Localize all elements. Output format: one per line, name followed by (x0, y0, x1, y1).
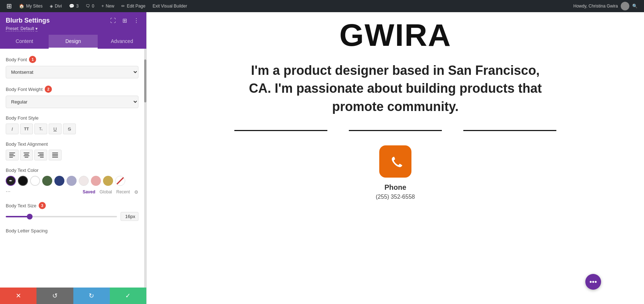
wordpress-icon: ⊞ (6, 2, 12, 10)
phone-icon (386, 152, 405, 171)
pending-count: 0 (92, 4, 94, 9)
color-light-pink[interactable] (79, 176, 89, 186)
body-font-weight-label: Body Font Weight 2 (6, 86, 138, 93)
page-content: GWIRA I'm a product designer based in Sa… (147, 12, 644, 207)
body-font-weight-select[interactable]: Regular (6, 96, 138, 108)
svg-rect-6 (24, 155, 29, 156)
divider-line-1 (234, 130, 327, 131)
my-sites-menu[interactable]: 🏠 My Sites (15, 0, 46, 12)
page-tagline: I'm a product designer based in San Fran… (249, 62, 542, 116)
divi-menu[interactable]: ◈ Divi (46, 0, 65, 12)
body-font-weight-badge: 2 (45, 86, 52, 93)
recent-tab[interactable]: Recent (116, 189, 130, 195)
tab-design[interactable]: Design (49, 35, 97, 49)
color-salmon[interactable] (91, 176, 101, 186)
color-lavender[interactable] (67, 176, 77, 186)
align-justify-button[interactable] (49, 150, 62, 160)
page-canvas: GWIRA I'm a product designer based in Sa… (147, 12, 644, 304)
color-dark-green[interactable] (42, 176, 52, 186)
color-gold[interactable] (103, 176, 113, 186)
align-left-button[interactable] (6, 150, 19, 160)
global-tab[interactable]: Global (99, 189, 112, 195)
more-colors-button[interactable]: ··· (6, 188, 10, 195)
undo-button[interactable]: ↺ (36, 288, 73, 304)
scroll-thumb[interactable] (144, 59, 146, 102)
color-settings-icon[interactable]: ⚙ (134, 189, 138, 195)
body-text-size-label: Body Text Size 3 (6, 202, 138, 209)
svg-rect-0 (9, 153, 15, 153)
svg-rect-10 (38, 155, 44, 156)
align-center-button[interactable] (20, 150, 33, 160)
undo-icon: ↺ (52, 292, 58, 300)
underline-button[interactable]: U (49, 124, 62, 134)
options-dots-icon: ••• (589, 278, 597, 286)
bottom-action-bar: ✕ ↺ ↻ ✓ (0, 288, 146, 304)
small-caps-button[interactable]: Tₜ (34, 124, 47, 134)
divider-line-2 (349, 130, 442, 131)
confirm-button[interactable]: ✓ (110, 288, 146, 304)
text-size-value: 16px (121, 212, 138, 221)
text-size-slider[interactable] (6, 216, 117, 217)
body-text-size-section: Body Text Size 3 16px (6, 202, 138, 221)
scroll-track (144, 49, 146, 288)
blurb-title: Phone (384, 183, 406, 192)
color-tabs: Saved Global Recent ⚙ (83, 189, 138, 195)
color-swatches: ✒ (6, 176, 138, 186)
avatar (621, 2, 629, 10)
comments-menu[interactable]: 💬 3 (65, 0, 82, 12)
comment-bubble-icon: 💬 (69, 4, 74, 9)
italic-button[interactable]: I (6, 124, 19, 134)
my-sites-label: My Sites (26, 4, 43, 9)
search-icon[interactable]: 🔍 (632, 4, 638, 9)
bold-serif-button[interactable]: TT (20, 124, 33, 134)
pending-comments-menu[interactable]: 🗨 0 (82, 0, 98, 12)
blurb-phone: (255) 352-6558 (376, 194, 415, 200)
howdy-text: Howdy, Christina Gwira (574, 4, 618, 9)
eyedropper-button[interactable]: ✒ (6, 176, 16, 186)
panel-title: Blurb Settings (6, 17, 50, 24)
body-font-weight-section: Body Font Weight 2 Regular (6, 86, 138, 108)
body-text-alignment-label: Body Text Alignment (6, 141, 138, 147)
svg-rect-2 (9, 155, 15, 156)
svg-rect-4 (24, 153, 29, 153)
confirm-icon: ✓ (125, 292, 131, 300)
svg-rect-8 (38, 153, 44, 153)
pending-comment-icon: 🗨 (86, 4, 90, 9)
columns-icon[interactable]: ⊞ (121, 16, 128, 25)
floating-options-button[interactable]: ••• (585, 274, 601, 290)
chevron-down-icon: ▾ (35, 26, 38, 32)
main-layout: Blurb Settings ⛶ ⊞ ⋮ Preset: Default ▾ C… (0, 12, 644, 304)
edit-page-button[interactable]: ✏ Edit Page (118, 0, 149, 12)
more-options-icon[interactable]: ⋮ (132, 16, 141, 25)
site-title: GWIRA (339, 19, 451, 51)
plus-icon: + (101, 4, 104, 9)
exit-builder-label: Exit Visual Builder (152, 4, 187, 9)
color-white[interactable] (30, 176, 40, 186)
home-icon: 🏠 (19, 4, 24, 9)
panel-tabs: Content Design Advanced (0, 35, 146, 49)
body-font-style-section: Body Font Style I TT Tₜ U S (6, 115, 138, 134)
cancel-button[interactable]: ✕ (0, 288, 36, 304)
preset-selector[interactable]: Preset: Default ▾ (6, 26, 141, 31)
fullscreen-icon[interactable]: ⛶ (109, 17, 117, 25)
new-menu[interactable]: + New (98, 0, 118, 12)
tab-advanced[interactable]: Advanced (98, 35, 146, 49)
color-black[interactable] (18, 176, 28, 186)
tab-content[interactable]: Content (0, 35, 49, 49)
svg-rect-1 (9, 154, 14, 155)
exit-builder-button[interactable]: Exit Visual Builder (149, 0, 191, 12)
body-text-alignment-section: Body Text Alignment (6, 141, 138, 160)
svg-rect-12 (52, 153, 58, 153)
new-label: New (106, 4, 114, 9)
wp-logo[interactable]: ⊞ (3, 0, 15, 12)
comment-count: 3 (76, 4, 79, 9)
strikethrough-button[interactable]: S (63, 124, 76, 134)
color-slash[interactable] (115, 176, 125, 186)
color-navy[interactable] (54, 176, 64, 186)
panel-header: Blurb Settings ⛶ ⊞ ⋮ Preset: Default ▾ (0, 12, 146, 35)
body-font-select[interactable]: Montserrat (6, 66, 138, 78)
body-font-style-label: Body Font Style (6, 115, 138, 121)
align-right-button[interactable] (34, 150, 47, 160)
saved-tab[interactable]: Saved (83, 189, 95, 195)
redo-button[interactable]: ↻ (73, 288, 110, 304)
